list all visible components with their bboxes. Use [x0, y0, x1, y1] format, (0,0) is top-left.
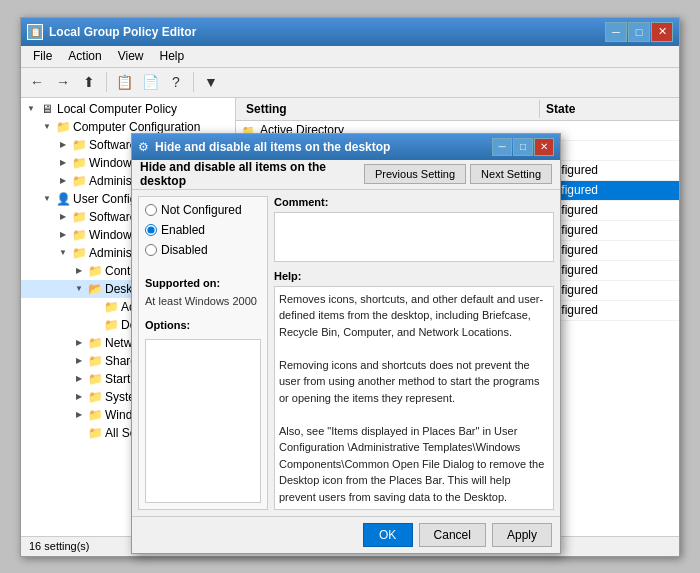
radio-disabled-label: Disabled: [161, 243, 208, 257]
show-hide-button[interactable]: 📋: [112, 70, 136, 94]
folder-icon-windows-settings: 📁: [71, 155, 87, 171]
close-button[interactable]: ✕: [651, 22, 673, 42]
user-icon: 👤: [55, 191, 71, 207]
expander-system[interactable]: [71, 389, 87, 405]
radio-disabled-input[interactable]: [145, 244, 157, 256]
folder-icon-all-settings: 📁: [87, 425, 103, 441]
tree-label-local-policy: Local Computer Policy: [57, 102, 177, 116]
dialog-footer: OK Cancel Apply: [132, 516, 560, 553]
expander-software[interactable]: [55, 137, 71, 153]
expander-start-menu[interactable]: [71, 371, 87, 387]
dialog-nav: Hide and disable all items on the deskto…: [132, 160, 560, 190]
list-header: Setting State: [236, 98, 679, 121]
dialog-subtitle: Hide and disable all items on the deskto…: [140, 160, 360, 188]
menu-file[interactable]: File: [25, 47, 60, 65]
next-setting-button[interactable]: Next Setting: [470, 164, 552, 184]
computer-icon: 🖥: [39, 101, 55, 117]
filter-button[interactable]: ▼: [199, 70, 223, 94]
radio-disabled[interactable]: Disabled: [145, 243, 261, 257]
folder-icon-admin-templates: 📁: [71, 173, 87, 189]
expander-user-admin[interactable]: [55, 245, 71, 261]
ok-button[interactable]: OK: [363, 523, 413, 547]
menu-action[interactable]: Action: [60, 47, 109, 65]
folder-icon-windows-components: 📁: [87, 407, 103, 423]
apply-button[interactable]: Apply: [492, 523, 552, 547]
radio-enabled[interactable]: Enabled: [145, 223, 261, 237]
app-icon: 📋: [27, 24, 43, 40]
radio-not-configured[interactable]: Not Configured: [145, 203, 261, 217]
minimize-button[interactable]: ─: [605, 22, 627, 42]
folder-icon-user-admin: 📁: [71, 245, 87, 261]
dialog-title-bar: ⚙ Hide and disable all items on the desk…: [132, 134, 560, 160]
tree-label-computer-config: Computer Configuration: [73, 120, 200, 134]
up-button[interactable]: ⬆: [77, 70, 101, 94]
folder-icon-user-software: 📁: [71, 209, 87, 225]
expander-all-settings: [71, 425, 87, 441]
help-button[interactable]: ?: [164, 70, 188, 94]
dialog-minimize-button[interactable]: ─: [492, 138, 512, 156]
folder-open-icon-desktop: 📂: [87, 281, 103, 297]
expander-user-config[interactable]: [39, 191, 55, 207]
properties-button[interactable]: 📄: [138, 70, 162, 94]
folder-icon-start-menu: 📁: [87, 371, 103, 387]
toolbar: ← → ⬆ 📋 📄 ? ▼: [21, 68, 679, 98]
expander-admin-templates[interactable]: [55, 173, 71, 189]
previous-setting-button[interactable]: Previous Setting: [364, 164, 466, 184]
expander-desktop2: [87, 317, 103, 333]
cancel-button[interactable]: Cancel: [419, 523, 486, 547]
toolbar-separator: [106, 72, 107, 92]
folder-icon-active-directory: 📁: [103, 299, 119, 315]
expander-local-policy[interactable]: [23, 101, 39, 117]
menu-view[interactable]: View: [110, 47, 152, 65]
expander-control-panel[interactable]: [71, 263, 87, 279]
folder-icon-shared-folders: 📁: [87, 353, 103, 369]
back-button[interactable]: ←: [25, 70, 49, 94]
title-bar: 📋 Local Group Policy Editor ─ □ ✕: [21, 18, 679, 46]
expander-active-directory: [87, 299, 103, 315]
radio-not-configured-input[interactable]: [145, 204, 157, 216]
comment-box[interactable]: [274, 212, 554, 262]
folder-icon-network: 📁: [87, 335, 103, 351]
dialog-left-panel: Not Configured Enabled Disabled Supporte…: [138, 196, 268, 511]
menu-help[interactable]: Help: [152, 47, 193, 65]
dialog[interactable]: ⚙ Hide and disable all items on the desk…: [131, 133, 561, 555]
radio-not-configured-label: Not Configured: [161, 203, 242, 217]
forward-button[interactable]: →: [51, 70, 75, 94]
dialog-close-button[interactable]: ✕: [534, 138, 554, 156]
supported-on-label: Supported on:: [145, 277, 261, 289]
dialog-title-controls: ─ □ ✕: [492, 138, 554, 156]
status-text: 16 setting(s): [29, 540, 90, 552]
window-title: Local Group Policy Editor: [49, 25, 196, 39]
help-text: Removes icons, shortcuts, and other defa…: [274, 286, 554, 511]
expander-windows-components[interactable]: [71, 407, 87, 423]
title-controls: ─ □ ✕: [605, 22, 673, 42]
folder-icon-control-panel: 📁: [87, 263, 103, 279]
options-box[interactable]: [145, 339, 261, 504]
options-label: Options:: [145, 319, 261, 331]
folder-icon-desktop2: 📁: [103, 317, 119, 333]
radio-enabled-input[interactable]: [145, 224, 157, 236]
expander-computer-config[interactable]: [39, 119, 55, 135]
expander-network[interactable]: [71, 335, 87, 351]
dialog-right-panel: Comment: Help: Removes icons, shortcuts,…: [274, 196, 554, 511]
dialog-content: Not Configured Enabled Disabled Supporte…: [132, 190, 560, 517]
expander-windows-settings[interactable]: [55, 155, 71, 171]
expander-user-windows[interactable]: [55, 227, 71, 243]
tree-item-local-policy[interactable]: 🖥 Local Computer Policy: [21, 100, 235, 118]
expander-user-software[interactable]: [55, 209, 71, 225]
header-setting[interactable]: Setting: [240, 100, 540, 118]
folder-icon-system: 📁: [87, 389, 103, 405]
dialog-title-icon: ⚙: [138, 140, 149, 154]
dialog-maximize-button[interactable]: □: [513, 138, 533, 156]
toolbar-separator-2: [193, 72, 194, 92]
supported-on-value: At least Windows 2000: [145, 295, 261, 307]
expander-shared-folders[interactable]: [71, 353, 87, 369]
radio-enabled-label: Enabled: [161, 223, 205, 237]
folder-icon-software: 📁: [71, 137, 87, 153]
expander-desktop[interactable]: [71, 281, 87, 297]
help-label: Help:: [274, 270, 554, 282]
menu-bar: File Action View Help: [21, 46, 679, 68]
header-state[interactable]: State: [540, 100, 675, 118]
dialog-title: Hide and disable all items on the deskto…: [155, 140, 390, 154]
maximize-button[interactable]: □: [628, 22, 650, 42]
